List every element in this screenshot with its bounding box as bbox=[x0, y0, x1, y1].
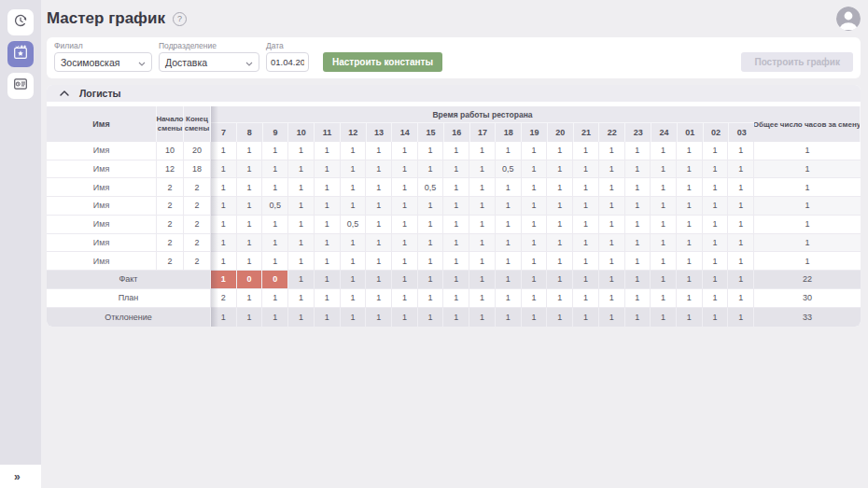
hour-value-cell[interactable]: 1 bbox=[211, 234, 237, 252]
date-input[interactable] bbox=[266, 52, 309, 72]
hour-value-cell[interactable]: 1 bbox=[443, 160, 469, 178]
hour-value-cell[interactable]: 1 bbox=[547, 234, 573, 252]
hour-value-cell[interactable]: 1 bbox=[599, 160, 625, 178]
hour-value-cell[interactable]: 1 bbox=[677, 160, 703, 178]
hour-value-cell[interactable]: 1 bbox=[599, 178, 625, 196]
hour-value-cell[interactable]: 1 bbox=[728, 216, 754, 233]
hour-value-cell[interactable]: 1 bbox=[443, 197, 469, 215]
hour-value-cell[interactable]: 1 bbox=[573, 234, 599, 252]
hour-value-cell[interactable]: 1 bbox=[341, 142, 367, 160]
hour-value-cell[interactable]: 1 bbox=[392, 178, 418, 196]
hour-value-cell[interactable]: 1 bbox=[625, 178, 651, 196]
hour-value-cell[interactable]: 1 bbox=[522, 216, 548, 233]
hour-value-cell[interactable]: 1 bbox=[288, 197, 315, 215]
hour-value-cell[interactable]: 1 bbox=[703, 142, 729, 160]
hour-value-cell[interactable]: 1 bbox=[315, 178, 341, 196]
shift-start-cell[interactable]: 2 bbox=[157, 234, 184, 252]
branch-select[interactable]: Зосимовская bbox=[54, 52, 152, 72]
hour-value-cell[interactable]: 1 bbox=[522, 252, 548, 270]
hour-value-cell[interactable]: 1 bbox=[211, 197, 237, 215]
hour-value-cell[interactable]: 1 bbox=[573, 142, 599, 160]
employee-name-cell[interactable]: Имя bbox=[47, 252, 157, 270]
shift-end-cell[interactable]: 2 bbox=[184, 216, 211, 233]
hour-value-cell[interactable]: 1 bbox=[211, 160, 237, 178]
hour-value-cell[interactable]: 1 bbox=[262, 216, 288, 233]
hour-value-cell[interactable]: 0,5 bbox=[262, 197, 288, 215]
hour-value-cell[interactable]: 1 bbox=[469, 234, 496, 252]
hour-value-cell[interactable]: 1 bbox=[728, 142, 754, 160]
hour-value-cell[interactable]: 1 bbox=[625, 142, 651, 160]
hour-value-cell[interactable]: 1 bbox=[366, 234, 392, 252]
hour-value-cell[interactable]: 1 bbox=[625, 216, 651, 233]
hour-value-cell[interactable]: 1 bbox=[418, 252, 444, 270]
employee-name-cell[interactable]: Имя bbox=[47, 216, 157, 233]
hour-value-cell[interactable]: 1 bbox=[703, 234, 729, 252]
employee-name-cell[interactable]: Имя bbox=[47, 234, 157, 252]
hour-value-cell[interactable]: 1 bbox=[728, 234, 754, 252]
hour-value-cell[interactable]: 1 bbox=[599, 234, 625, 252]
hour-value-cell[interactable]: 1 bbox=[573, 216, 599, 233]
hour-value-cell[interactable]: 1 bbox=[522, 178, 548, 196]
hour-value-cell[interactable]: 1 bbox=[625, 252, 651, 270]
shift-start-cell[interactable]: 2 bbox=[157, 178, 184, 196]
hour-value-cell[interactable]: 1 bbox=[418, 197, 444, 215]
hour-value-cell[interactable]: 0,5 bbox=[496, 160, 522, 178]
hour-value-cell[interactable]: 1 bbox=[573, 160, 599, 178]
hour-value-cell[interactable]: 1 bbox=[288, 160, 315, 178]
hour-value-cell[interactable]: 1 bbox=[262, 178, 288, 196]
shift-end-cell[interactable]: 2 bbox=[184, 197, 211, 215]
hour-value-cell[interactable]: 1 bbox=[677, 142, 703, 160]
hour-value-cell[interactable]: 1 bbox=[469, 252, 496, 270]
hour-value-cell[interactable]: 1 bbox=[625, 160, 651, 178]
hour-value-cell[interactable]: 1 bbox=[469, 197, 496, 215]
sidebar-item-schedule-master[interactable] bbox=[7, 41, 34, 67]
hour-value-cell[interactable]: 1 bbox=[573, 178, 599, 196]
hour-value-cell[interactable]: 1 bbox=[237, 142, 263, 160]
hour-value-cell[interactable]: 1 bbox=[677, 197, 703, 215]
hour-value-cell[interactable]: 1 bbox=[288, 252, 315, 270]
hour-value-cell[interactable]: 1 bbox=[522, 160, 548, 178]
hour-value-cell[interactable]: 1 bbox=[547, 197, 573, 215]
shift-start-cell[interactable]: 10 bbox=[157, 142, 184, 160]
hour-value-cell[interactable]: 1 bbox=[237, 216, 263, 233]
hour-value-cell[interactable]: 1 bbox=[677, 252, 703, 270]
hour-value-cell[interactable]: 1 bbox=[288, 178, 315, 196]
hour-value-cell[interactable]: 1 bbox=[237, 234, 263, 252]
hour-value-cell[interactable]: 1 bbox=[651, 160, 677, 178]
hour-value-cell[interactable]: 1 bbox=[366, 160, 392, 178]
hour-value-cell[interactable]: 1 bbox=[418, 160, 444, 178]
shift-start-cell[interactable]: 12 bbox=[157, 160, 184, 178]
hour-value-cell[interactable]: 1 bbox=[392, 216, 418, 233]
shift-start-cell[interactable]: 2 bbox=[157, 216, 184, 233]
shift-start-cell[interactable]: 2 bbox=[157, 252, 184, 270]
configure-constants-button[interactable]: Настроить константы bbox=[323, 52, 442, 72]
avatar[interactable] bbox=[836, 7, 861, 31]
hour-value-cell[interactable]: 1 bbox=[237, 160, 263, 178]
hour-value-cell[interactable]: 1 bbox=[315, 197, 341, 215]
hour-value-cell[interactable]: 1 bbox=[262, 252, 288, 270]
shift-end-cell[interactable]: 2 bbox=[184, 234, 211, 252]
hour-value-cell[interactable]: 1 bbox=[237, 197, 263, 215]
hour-value-cell[interactable]: 1 bbox=[366, 216, 392, 233]
hour-value-cell[interactable]: 1 bbox=[547, 252, 573, 270]
help-icon[interactable]: ? bbox=[173, 12, 187, 26]
hour-value-cell[interactable]: 1 bbox=[547, 142, 573, 160]
hour-value-cell[interactable]: 1 bbox=[496, 178, 522, 196]
hour-value-cell[interactable]: 1 bbox=[599, 252, 625, 270]
hour-value-cell[interactable]: 1 bbox=[418, 234, 444, 252]
employee-name-cell[interactable]: Имя bbox=[47, 197, 157, 215]
hour-value-cell[interactable]: 1 bbox=[573, 252, 599, 270]
hour-value-cell[interactable]: 1 bbox=[418, 142, 444, 160]
hour-value-cell[interactable]: 1 bbox=[418, 216, 444, 233]
hour-value-cell[interactable]: 1 bbox=[262, 142, 288, 160]
hour-value-cell[interactable]: 1 bbox=[651, 197, 677, 215]
hour-value-cell[interactable]: 1 bbox=[496, 142, 522, 160]
hour-value-cell[interactable]: 1 bbox=[443, 142, 469, 160]
hour-value-cell[interactable]: 1 bbox=[496, 234, 522, 252]
hour-value-cell[interactable]: 1 bbox=[443, 178, 469, 196]
hour-value-cell[interactable]: 1 bbox=[315, 216, 341, 233]
hour-value-cell[interactable]: 1 bbox=[651, 142, 677, 160]
hour-value-cell[interactable]: 1 bbox=[703, 178, 729, 196]
hour-value-cell[interactable]: 1 bbox=[469, 160, 496, 178]
employee-name-cell[interactable]: Имя bbox=[47, 142, 157, 160]
